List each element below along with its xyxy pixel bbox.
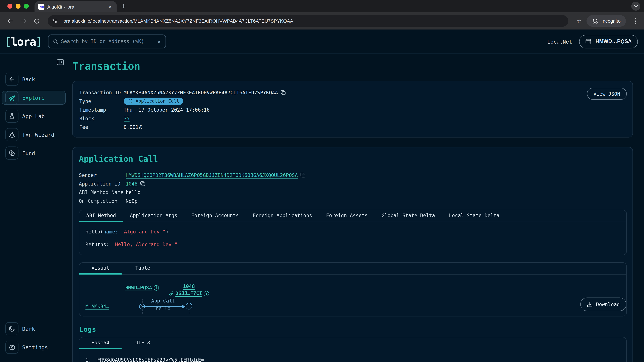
- search-input[interactable]: [61, 38, 154, 44]
- reload-icon[interactable]: [31, 15, 42, 26]
- site-settings-icon[interactable]: [50, 16, 59, 25]
- bookmark-icon[interactable]: ☆: [576, 17, 582, 24]
- graph-app-id-link[interactable]: 1048: [183, 284, 195, 289]
- window-zoom-button[interactable]: [24, 4, 29, 8]
- log-index: 1.: [85, 357, 91, 362]
- graph-transaction-link[interactable]: MLAMKB4…: [85, 304, 109, 309]
- field-label: On Completion: [79, 198, 126, 204]
- sidebar-item-theme-dark[interactable]: Dark: [2, 322, 66, 336]
- new-tab-button[interactable]: +: [122, 2, 126, 11]
- tab-local-state-delta[interactable]: Local State Delta: [442, 210, 506, 222]
- field-label: ABI Method Name: [79, 189, 126, 195]
- app-header: [lora] × LocalNet HMWD…PQSA: [0, 29, 644, 54]
- tab-foreign-applications[interactable]: Foreign Applications: [246, 210, 319, 222]
- url-bar[interactable]: lora.algokit.io/localnet/transaction/MLA…: [48, 15, 568, 27]
- wallet-address: HMWD…PQSA: [596, 38, 632, 44]
- transaction-id-row: Transaction ID MLAMKB4ANXZ5NA2XY7ZNF3EAI…: [79, 88, 626, 97]
- sidebar: Back Explore App Lab: [0, 54, 68, 362]
- browser-menu-icon[interactable]: [632, 17, 639, 25]
- sidebar-item-settings[interactable]: Settings: [2, 340, 66, 354]
- copy-icon[interactable]: [280, 90, 286, 95]
- field-label: Sender: [79, 172, 126, 178]
- transaction-summary-card: View JSON Transaction ID MLAMKB4ANXZ5NA2…: [72, 81, 633, 137]
- sidebar-item-label: Back: [22, 76, 35, 82]
- tab-abi-method[interactable]: ABI Method: [79, 210, 123, 222]
- wallet-button[interactable]: HMWD…PQSA: [579, 35, 638, 48]
- download-icon: [587, 302, 593, 307]
- logs-box: Base64 UTF-8 1. FR98dQAUSGVsbG8sIEFsZ29y…: [79, 337, 627, 362]
- field-label: Timestamp: [79, 107, 124, 113]
- sidebar-item-label: Dark: [22, 326, 35, 332]
- incognito-label: Incognito: [602, 18, 620, 23]
- tab-table[interactable]: Table: [122, 263, 164, 275]
- graph-application-column: 1048 O6JJ…F7CI 2: [169, 284, 209, 296]
- on-completion-row: On Completion NoOp: [79, 197, 627, 205]
- application-id-row: Application ID 1048: [79, 179, 627, 188]
- sender-row: Sender HMWDSHQCOPD2T36WBAHLAZ6PO5GDJJZBN…: [79, 171, 627, 179]
- field-label: Fee: [79, 124, 124, 130]
- tab-base64[interactable]: Base64: [79, 337, 122, 349]
- view-json-button[interactable]: View JSON: [587, 88, 627, 100]
- tab-search-button[interactable]: [631, 2, 640, 11]
- sidebar-item-label: App Lab: [22, 113, 44, 119]
- link-icon: [169, 291, 174, 296]
- search-clear-icon[interactable]: ×: [157, 38, 161, 45]
- logs-tabs: Base64 UTF-8: [79, 337, 626, 349]
- search-box[interactable]: ×: [48, 34, 166, 48]
- tab-global-state-delta[interactable]: Global State Delta: [375, 210, 442, 222]
- browser-tabstrip: [ak] AlgoKit - lora × +: [0, 0, 644, 12]
- graph-edge-method-label: hello: [156, 306, 170, 311]
- type-row: Type ()Application Call: [79, 97, 626, 105]
- graph-sender-column: HMWD…PQSA 1: [125, 285, 159, 291]
- field-label: Application ID: [79, 181, 126, 187]
- window-minimize-button[interactable]: [16, 4, 20, 8]
- window-close-button[interactable]: [8, 4, 12, 8]
- timestamp-row: Timestamp Thu, 17 October 2024 17:06:16: [79, 105, 626, 114]
- page-title: Transaction: [72, 60, 633, 72]
- field-label: Block: [79, 115, 124, 121]
- sidebar-item-back[interactable]: Back: [2, 72, 66, 86]
- lora-logo[interactable]: [lora]: [4, 35, 42, 48]
- sidebar-item-label: Txn Wizard: [22, 132, 54, 138]
- copy-icon[interactable]: [300, 172, 306, 178]
- graph-app-number-badge: 2: [204, 291, 209, 296]
- sidebar-item-txn-wizard[interactable]: Txn Wizard: [2, 128, 66, 142]
- wizard-hat-icon: [5, 128, 18, 141]
- sender-link[interactable]: HMWDSHQCOPD2T36WBAHLAZ6PO5GDJJZBN4D2TODK…: [126, 172, 298, 178]
- logs-title: Logs: [79, 325, 627, 333]
- application-call-card: Application Call Sender HMWDSHQCOPD2T36W…: [72, 147, 633, 362]
- wallet-icon: [585, 38, 592, 44]
- tab-foreign-assets[interactable]: Foreign Assets: [319, 210, 375, 222]
- graph-app-address-link[interactable]: O6JJ…F7CI: [176, 291, 202, 296]
- sidebar-collapse-icon[interactable]: [57, 59, 64, 65]
- graph-sender-link[interactable]: HMWD…PQSA: [125, 285, 152, 291]
- back-icon[interactable]: [5, 15, 16, 26]
- tab-close-icon[interactable]: ×: [107, 3, 113, 10]
- url-text[interactable]: lora.algokit.io/localnet/transaction/MLA…: [62, 18, 293, 23]
- sidebar-item-explore[interactable]: Explore: [2, 91, 66, 105]
- browser-tab[interactable]: [ak] AlgoKit - lora ×: [34, 1, 117, 12]
- application-call-title: Application Call: [79, 154, 627, 164]
- sidebar-item-app-lab[interactable]: App Lab: [2, 109, 66, 123]
- incognito-icon: [592, 18, 598, 24]
- network-label[interactable]: LocalNet: [547, 38, 572, 44]
- forward-icon[interactable]: [18, 15, 29, 26]
- application-id-link[interactable]: 1048: [126, 181, 138, 187]
- tab-application-args[interactable]: Application Args: [123, 210, 184, 222]
- main-content: Transaction View JSON Transaction ID MLA…: [68, 54, 644, 362]
- search-icon: [53, 39, 58, 44]
- on-completion-value: NoOp: [126, 198, 138, 204]
- copy-icon[interactable]: [140, 181, 146, 186]
- browser-window: [ak] AlgoKit - lora × + lora.algokit.io/…: [0, 0, 644, 362]
- graph-edge-type-label: App Call: [151, 298, 175, 304]
- block-link[interactable]: 35: [124, 115, 130, 121]
- download-button[interactable]: Download: [580, 298, 626, 311]
- algo-symbol-icon: Ⱥ: [139, 124, 142, 130]
- graph-arrow-icon: [182, 304, 185, 308]
- tab-foreign-accounts[interactable]: Foreign Accounts: [184, 210, 246, 222]
- timestamp-value: Thu, 17 October 2024 17:06:16: [124, 107, 210, 113]
- sidebar-item-fund[interactable]: Fund: [2, 146, 66, 160]
- incognito-badge: Incognito: [587, 15, 626, 27]
- tab-utf8[interactable]: UTF-8: [122, 337, 164, 349]
- tab-visual[interactable]: Visual: [79, 263, 122, 275]
